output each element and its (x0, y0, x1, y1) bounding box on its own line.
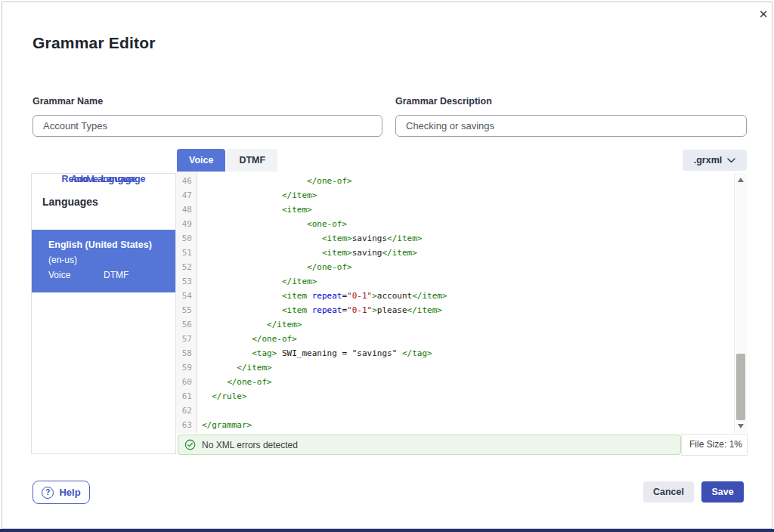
code-line: <tag> SWI_meaning = "savings" </tag> (202, 346, 734, 360)
code-line: </one-of> (202, 332, 734, 346)
help-icon: ? (42, 487, 54, 499)
file-size-label: File Size: 1% (681, 434, 748, 456)
scroll-down-icon[interactable] (738, 424, 744, 428)
format-dropdown-label: .grxml (694, 155, 723, 165)
scroll-up-icon[interactable] (738, 178, 744, 182)
language-modes: VoiceDTMF (48, 268, 175, 283)
languages-panel: Languages English (United States) (en-us… (31, 173, 176, 454)
language-mode-voice[interactable]: Voice (48, 268, 104, 283)
line-number: 56 (176, 317, 197, 332)
code-editor: 464748495051525354555657585960616263 </o… (176, 172, 747, 433)
line-number: 63 (176, 418, 197, 432)
line-number: 58 (176, 346, 197, 360)
grammar-description-label: Grammar Description (395, 96, 492, 107)
line-number: 52 (176, 260, 197, 274)
gutter: 464748495051525354555657585960616263 (176, 172, 197, 433)
code-line: <item> (202, 203, 734, 217)
tab-dtmf[interactable]: DTMF (227, 149, 277, 172)
line-number: 61 (176, 389, 197, 404)
status-message: No XML errors detected (202, 440, 298, 450)
remove-language-button[interactable]: Remove Language (32, 174, 175, 184)
scrollbar[interactable] (734, 173, 747, 433)
line-number: 55 (176, 303, 197, 317)
languages-heading: Languages (42, 196, 98, 208)
grammar-description-input[interactable] (395, 115, 747, 137)
code-line (202, 404, 734, 418)
scroll-thumb[interactable] (736, 354, 745, 420)
line-number: 51 (176, 246, 197, 260)
line-number: 50 (176, 231, 197, 246)
line-number: 53 (176, 274, 197, 289)
tab-voice[interactable]: Voice (177, 149, 225, 172)
code-line: </item> (202, 274, 734, 289)
code-line: </item> (202, 317, 734, 332)
line-number: 62 (176, 404, 197, 418)
code-line: </item> (202, 188, 734, 203)
line-number: 47 (176, 188, 197, 203)
line-number: 49 (176, 217, 197, 231)
grammar-name-label: Grammar Name (33, 96, 103, 107)
code-line: <item repeat="0-1">please</item> (202, 303, 734, 317)
language-name: English (United States) (48, 237, 175, 253)
code-line: </one-of> (202, 375, 734, 389)
code-line: <item>saving</item> (202, 246, 734, 260)
chevron-down-icon (727, 158, 735, 163)
code-line: </grammar> (202, 418, 734, 432)
language-code: (en-us) (48, 253, 175, 268)
bottom-accent-bar (0, 529, 774, 532)
grammar-name-input[interactable] (33, 115, 382, 137)
grammar-editor-modal: ✕ Grammar Editor Grammar Name Grammar De… (2, 2, 772, 529)
line-number: 57 (176, 332, 197, 346)
code-line: <item repeat="0-1">account</item> (202, 289, 734, 303)
line-number: 46 (176, 174, 197, 188)
tab-bar: VoiceDTMF (177, 149, 277, 172)
page-title: Grammar Editor (33, 34, 156, 52)
code-line: </one-of> (202, 260, 734, 274)
help-button-label: Help (59, 487, 80, 498)
code-line: </one-of> (202, 174, 734, 188)
code-line: <one-of> (202, 217, 734, 231)
help-button[interactable]: ? Help (33, 481, 90, 504)
code-line: <item>savings</item> (202, 231, 734, 246)
code-line: </item> (202, 360, 734, 375)
status-bar: No XML errors detected (178, 435, 681, 455)
language-mode-dtmf[interactable]: DTMF (104, 268, 159, 283)
line-number: 60 (176, 375, 197, 389)
close-icon[interactable]: ✕ (755, 6, 772, 23)
format-dropdown[interactable]: .grxml (683, 150, 747, 171)
language-item-selected[interactable]: English (United States) (en-us) VoiceDTM… (32, 230, 175, 292)
cancel-button[interactable]: Cancel (643, 481, 694, 503)
line-number: 54 (176, 289, 197, 303)
code-line: </rule> (202, 389, 734, 404)
save-button[interactable]: Save (701, 481, 744, 503)
code-area[interactable]: </one-of> </item> <item> <one-of> <item>… (198, 172, 734, 433)
success-check-icon (184, 439, 196, 450)
line-number: 59 (176, 360, 197, 375)
line-number: 48 (176, 203, 197, 217)
